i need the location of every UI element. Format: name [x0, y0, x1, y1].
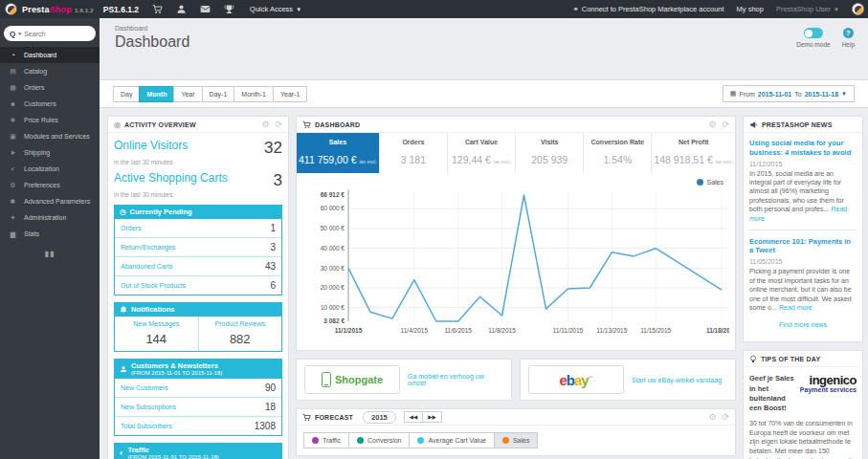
sidebar-item-modules[interactable]: ▣Modules and Services	[0, 128, 100, 144]
customer-icon[interactable]	[176, 4, 187, 14]
range-month-button[interactable]: Month	[139, 86, 174, 102]
customers-row-total-subscribers[interactable]: Total Subscribers1308	[115, 417, 281, 435]
marketplace-connect-link[interactable]: ⚭Connect to PrestaShop Marketplace accou…	[572, 5, 723, 13]
news-article-date: 11/12/2015	[749, 161, 857, 167]
sidebar-item-dashboard[interactable]: ◔Dashboard	[0, 47, 100, 63]
forecast-conversion-button[interactable]: Conversion	[348, 432, 410, 448]
chevron-down-icon: ▼	[296, 7, 301, 12]
forecast-next-button[interactable]: ▶▶	[422, 411, 441, 423]
kpi-net-profit[interactable]: Net Profit148 918,51 € tax excl.	[652, 133, 735, 173]
svg-text:11/13/2015: 11/13/2015	[596, 327, 627, 334]
online-visitors-value: 32	[264, 139, 282, 158]
phone-icon	[322, 372, 331, 387]
forecast-sales-button[interactable]: Sales	[494, 432, 539, 448]
ebay-link[interactable]: Start uw eBay-winkel vandaag	[632, 377, 722, 383]
customers-icon: ☻	[9, 100, 17, 107]
avg-cart-value-dot-icon	[417, 437, 424, 444]
news-article-excerpt: In 2015, social media are an integral pa…	[749, 170, 844, 213]
notif-product-reviews[interactable]: Product Reviews882	[198, 317, 282, 351]
trophy-icon[interactable]	[224, 4, 234, 14]
sidebar-item-advanced-parameters[interactable]: ✱Advanced Parameters	[0, 193, 100, 209]
search-scope-caret-icon[interactable]: ▼	[17, 31, 22, 36]
sidebar-item-price-rules[interactable]: ❖Price Rules	[0, 112, 100, 128]
search-icon: Q	[10, 30, 15, 38]
find-more-news-link[interactable]: Find more news	[749, 312, 857, 336]
svg-text:11/4/2015: 11/4/2015	[401, 327, 429, 334]
traffic-header: ◐Traffic(FROM 2015-11-01 TO 2015-11-18)	[114, 443, 282, 459]
range-day-1-button[interactable]: Day-1	[202, 86, 235, 102]
sidebar-search[interactable]: Q ▼	[4, 26, 96, 41]
user-avatar[interactable]	[852, 3, 864, 15]
svg-text:20 000 €: 20 000 €	[321, 284, 345, 291]
customers-row-new-subscriptions[interactable]: New Subscriptions18	[115, 398, 281, 417]
svg-text:11/6/2015: 11/6/2015	[444, 327, 472, 334]
forecast-legend: Traffic Conversion Average Cart Value Sa…	[303, 432, 728, 448]
pending-row-returns[interactable]: Return/Exchanges3	[115, 238, 281, 257]
customers-row-new-customers[interactable]: New Customers90	[115, 379, 281, 398]
panel-settings-icon[interactable]: ⚙	[708, 120, 716, 129]
help-button[interactable]: ? Help	[842, 28, 855, 48]
user-menu[interactable]: PrestaShop User▼	[776, 5, 839, 13]
forecast-prev-button[interactable]: ◀◀	[404, 411, 423, 423]
range-month-1-button[interactable]: Month-1	[234, 86, 274, 102]
panel-refresh-icon[interactable]: ⟳	[275, 120, 282, 129]
chart-legend: Sales	[304, 177, 727, 186]
ebay-logo[interactable]: ebay™	[528, 365, 624, 394]
svg-text:30 000 €: 30 000 €	[321, 265, 345, 272]
shop-name[interactable]: PS1.6.1.2	[103, 5, 139, 14]
kpi-row: Sales411 759,00 € tax excl. Orders3 181 …	[297, 133, 735, 173]
panel-refresh-icon[interactable]: ⟳	[722, 120, 729, 129]
kpi-visits[interactable]: Visits205 939	[516, 133, 584, 173]
sidebar-item-administration[interactable]: ✦Administration	[0, 209, 100, 226]
my-shop-link[interactable]: My shop	[737, 5, 764, 13]
range-year-1-button[interactable]: Year-1	[273, 86, 307, 102]
range-year-button[interactable]: Year	[173, 86, 202, 102]
forecast-traffic-button[interactable]: Traffic	[303, 432, 349, 448]
messages-icon[interactable]	[200, 4, 211, 14]
sidebar-item-catalog[interactable]: ▤Catalog	[0, 63, 100, 79]
sidebar-item-customers[interactable]: ☻Customers	[0, 96, 100, 112]
sales-dot-icon	[502, 437, 509, 444]
breadcrumb[interactable]: Dashboard	[115, 25, 147, 32]
quick-access-menu[interactable]: Quick Access▼	[250, 5, 301, 13]
date-range-picker[interactable]: ▦ From2015-11-01 To2015-11-18 ▼	[723, 85, 855, 102]
sidebar-item-stats[interactable]: ▆Stats	[0, 226, 100, 242]
shopgate-link[interactable]: Ga mobiel en verhoog uw omzet	[408, 373, 503, 386]
sidebar-collapse-icon[interactable]: ▮▮	[0, 250, 100, 258]
pending-row-out-of-stock[interactable]: Out of Stock Products6	[115, 276, 281, 295]
localization-icon: ◐	[9, 165, 17, 172]
link-icon: ⚭	[572, 5, 578, 13]
panel-settings-icon[interactable]: ⚙	[261, 120, 269, 129]
divider	[749, 230, 857, 230]
stats-icon: ▆	[9, 230, 17, 238]
sidebar-item-shipping[interactable]: ➤Shipping	[0, 144, 100, 161]
help-icon[interactable]: ?	[843, 28, 854, 38]
news-article-title[interactable]: Using social media for your business: 4 …	[749, 139, 857, 158]
pending-row-orders[interactable]: Orders1	[115, 219, 281, 238]
panel-refresh-icon[interactable]: ⟳	[722, 412, 729, 422]
kpi-cart-value[interactable]: Cart Value129,44 € tax excl.	[448, 133, 516, 173]
kpi-conversion-rate[interactable]: Conversion Rate1.54%	[584, 133, 652, 173]
sidebar-item-orders[interactable]: ▦Orders	[0, 79, 100, 96]
kpi-orders[interactable]: Orders3 181	[380, 133, 448, 173]
cart-icon[interactable]	[152, 4, 163, 14]
panel-settings-icon[interactable]: ⚙	[708, 412, 716, 422]
search-input[interactable]	[24, 31, 79, 37]
news-article-date: 11/05/2015	[749, 258, 857, 265]
sidebar-item-preferences[interactable]: ⚙Preferences	[0, 177, 100, 193]
notif-new-messages[interactable]: New Messages144	[115, 317, 198, 351]
forecast-avg-cart-value-button[interactable]: Average Cart Value	[409, 432, 494, 448]
demo-mode-toggle[interactable]: Demo mode	[796, 28, 830, 48]
clock-icon: ◷	[120, 208, 126, 216]
shopgate-logo[interactable]: Shopgate	[304, 365, 400, 394]
sidebar-item-localization[interactable]: ◐Localization	[0, 161, 100, 177]
currently-pending-list: Orders1 Return/Exchanges3 Abandoned Cart…	[114, 219, 282, 295]
toggle-icon[interactable]	[804, 28, 823, 38]
active-carts-link[interactable]: Active Shopping Carts	[114, 171, 228, 185]
online-visitors-link[interactable]: Online Visitors	[114, 139, 188, 152]
news-article-title[interactable]: Ecommerce 101: Payments in a Tweet	[749, 237, 857, 256]
kpi-sales[interactable]: Sales411 759,00 € tax excl.	[297, 133, 380, 173]
range-day-button[interactable]: Day	[113, 86, 140, 102]
read-more-link[interactable]: Read more	[779, 304, 812, 311]
pending-row-abandoned-carts[interactable]: Abandoned Carts43	[115, 257, 281, 276]
